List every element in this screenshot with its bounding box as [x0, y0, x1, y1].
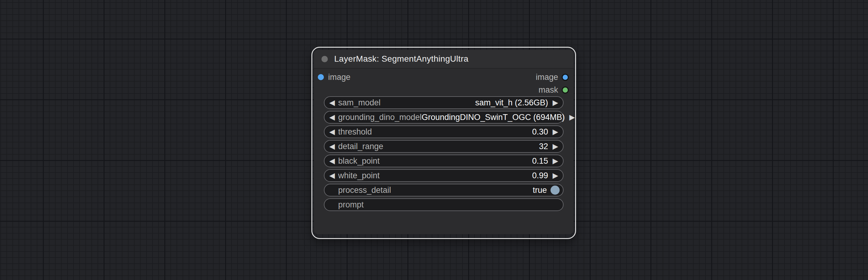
- toggle-on-icon[interactable]: [551, 186, 560, 195]
- prev-arrow-icon[interactable]: ◀: [329, 114, 336, 121]
- widget-prompt-input[interactable]: prompt: [324, 198, 564, 211]
- output-socket-icon[interactable]: [562, 87, 569, 94]
- widget-value: 0.30: [532, 127, 548, 137]
- widget-label: threshold: [338, 127, 372, 137]
- widget-label: black_point: [338, 156, 380, 166]
- widget-label: detail_range: [338, 142, 383, 151]
- widget-threshold[interactable]: ◀ threshold 0.30 ▶: [324, 125, 564, 138]
- node-layermask-segmentanythingultra[interactable]: LayerMask: SegmentAnythingUltra image im…: [314, 50, 574, 234]
- widget-label: sam_model: [338, 98, 381, 107]
- widget-label: grounding_dino_model: [338, 113, 422, 122]
- widget-black-point[interactable]: ◀ black_point 0.15 ▶: [324, 155, 564, 167]
- widget-value: true: [533, 186, 547, 195]
- collapse-dot-icon[interactable]: [321, 56, 328, 62]
- prev-arrow-icon[interactable]: ◀: [329, 128, 336, 135]
- output-socket-icon[interactable]: [562, 74, 569, 81]
- next-arrow-icon[interactable]: ▶: [552, 99, 559, 106]
- widget-label: white_point: [338, 171, 380, 180]
- output-port-label: mask: [538, 85, 558, 95]
- output-port-image: image: [536, 71, 569, 84]
- input-port-label: image: [328, 72, 350, 82]
- next-arrow-icon[interactable]: ▶: [552, 157, 559, 165]
- widget-value: 32: [539, 142, 548, 151]
- widget-label: process_detail: [338, 186, 391, 195]
- widget-value: GroundingDINO_SwinT_OGC (694MB): [422, 113, 565, 122]
- widget-value: 0.99: [532, 171, 548, 180]
- output-port-label: image: [536, 72, 558, 82]
- widget-grounding-dino-model[interactable]: ◀ grounding_dino_model GroundingDINO_Swi…: [324, 111, 564, 124]
- widget-detail-range[interactable]: ◀ detail_range 32 ▶: [324, 140, 564, 153]
- widget-list: ◀ sam_model sam_vit_h (2.56GB) ▶ ◀ groun…: [324, 96, 564, 211]
- node-graph-canvas[interactable]: LayerMask: SegmentAnythingUltra image im…: [0, 0, 868, 280]
- node-selection-outline: LayerMask: SegmentAnythingUltra image im…: [311, 47, 576, 239]
- input-port-image: image: [318, 71, 350, 84]
- next-arrow-icon[interactable]: ▶: [552, 128, 559, 135]
- output-port-mask: mask: [538, 84, 569, 96]
- next-arrow-icon[interactable]: ▶: [568, 114, 576, 121]
- node-title: LayerMask: SegmentAnythingUltra: [334, 54, 468, 64]
- prev-arrow-icon[interactable]: ◀: [329, 157, 336, 165]
- widget-process-detail-toggle[interactable]: process_detail true: [324, 184, 564, 196]
- prev-arrow-icon[interactable]: ◀: [329, 172, 336, 179]
- widget-value: sam_vit_h (2.56GB): [475, 98, 548, 107]
- node-title-bar[interactable]: LayerMask: SegmentAnythingUltra: [314, 50, 574, 69]
- widget-sam-model[interactable]: ◀ sam_model sam_vit_h (2.56GB) ▶: [324, 96, 564, 109]
- next-arrow-icon[interactable]: ▶: [552, 172, 559, 179]
- widget-label: prompt: [338, 200, 364, 210]
- prev-arrow-icon[interactable]: ◀: [329, 143, 336, 150]
- next-arrow-icon[interactable]: ▶: [552, 143, 559, 150]
- input-socket-icon[interactable]: [318, 74, 324, 80]
- widget-white-point[interactable]: ◀ white_point 0.99 ▶: [324, 169, 564, 182]
- widget-value: 0.15: [532, 156, 548, 166]
- prev-arrow-icon[interactable]: ◀: [329, 99, 336, 106]
